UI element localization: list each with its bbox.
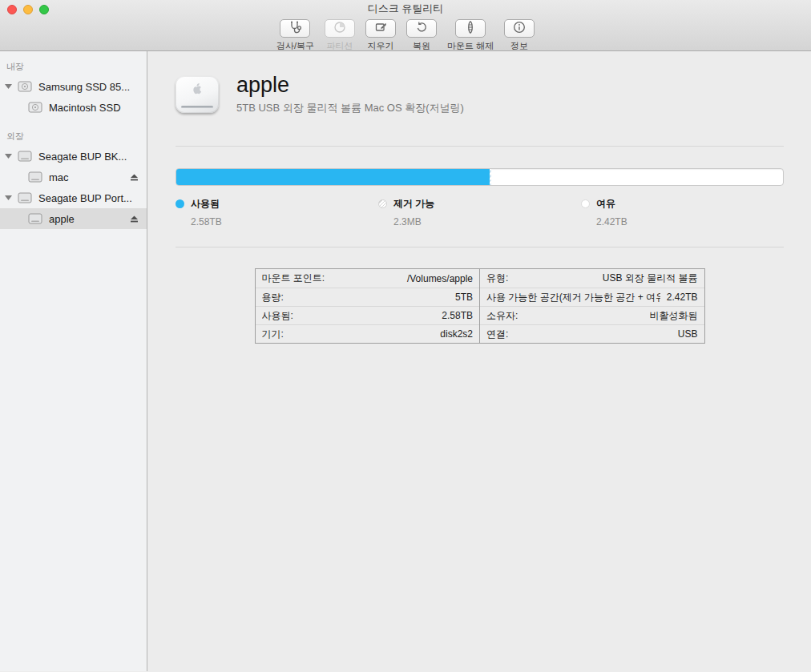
sidebar-item-mac[interactable]: mac: [0, 167, 147, 187]
detail-label: 소유자:: [486, 309, 518, 323]
detail-value: 비활성화됨: [650, 309, 698, 323]
restore-icon: [414, 20, 430, 38]
eject-icon[interactable]: [129, 214, 139, 223]
detail-label: 사용됨:: [262, 309, 293, 323]
traffic-lights: [7, 5, 49, 14]
disclosure-triangle-icon[interactable]: [5, 84, 18, 89]
external-disk-icon: [18, 191, 32, 204]
detail-value: USB 외장 물리적 볼륨: [603, 272, 698, 285]
detail-row-used: 사용됨: 2.58TB: [256, 306, 480, 324]
restore-label: 복원: [413, 40, 430, 52]
unmount-icon: [462, 20, 478, 38]
window-chrome: 디스크 유틸리티 검사/복구: [0, 0, 811, 51]
sidebar-item-label: Macintosh SSD: [49, 102, 121, 114]
erase-label: 지우기: [368, 40, 394, 52]
volume-header: apple 5TB USB 외장 물리적 볼륨 Mac OS 확장(저널링): [176, 73, 784, 115]
first-aid-icon: [287, 20, 303, 38]
minimize-button[interactable]: [23, 5, 33, 14]
used-swatch-icon: [176, 199, 184, 208]
detail-row-connection: 연결: USB: [480, 324, 704, 343]
volume-description: 5TB USB 외장 물리적 볼륨 Mac OS 확장(저널링): [236, 101, 464, 115]
toolbar: 검사/복구 파티션: [0, 17, 811, 52]
legend-value: 2.42TB: [596, 216, 784, 227]
sidebar-item-label: Samsung SSD 85...: [38, 81, 130, 93]
sidebar: 내장 Samsung SSD 85...: [0, 51, 147, 671]
sidebar-item-apple[interactable]: apple: [0, 208, 147, 229]
legend-label: 여유: [596, 197, 615, 211]
detail-value: USB: [678, 328, 698, 340]
sidebar-section-external: 외장: [0, 127, 147, 146]
partition-button[interactable]: 파티션: [325, 19, 355, 52]
sidebar-item-label: Seagate BUP BK...: [38, 151, 127, 163]
info-icon: [511, 20, 527, 38]
detail-label: 연결:: [486, 328, 508, 341]
external-volume-icon: [28, 212, 42, 225]
usage-legend: 사용됨 2.58TB 제거 가능 2.3MB 여유 2.4: [176, 197, 784, 227]
detail-row-available: 사용 가능한 공간(제거 가능한 공간 + 여유 공간): 2.42TB: [480, 288, 704, 306]
unmount-button[interactable]: 마운트 해제: [447, 19, 494, 52]
legend-value: 2.58TB: [191, 216, 378, 227]
sidebar-item-seagate-bup-port[interactable]: Seagate BUP Port...: [0, 187, 147, 208]
internal-volume-icon: [28, 101, 42, 114]
details-table: 마운트 포인트: /Volumes/apple 용량: 5TB 사용됨: 2.5…: [255, 268, 705, 344]
legend-label: 사용됨: [191, 197, 220, 211]
sidebar-item-label: mac: [49, 171, 69, 183]
legend-free: 여유 2.42TB: [581, 197, 784, 227]
unmount-label: 마운트 해제: [447, 40, 494, 52]
detail-label: 용량:: [262, 291, 284, 304]
free-swatch-icon: [581, 199, 590, 208]
detail-row-mount-point: 마운트 포인트: /Volumes/apple: [256, 269, 480, 288]
window-title: 디스크 유틸리티: [0, 0, 811, 18]
info-label: 정보: [510, 40, 528, 52]
usage-bar-used-fill: [176, 169, 490, 185]
disclosure-triangle-icon[interactable]: [5, 154, 18, 159]
detail-row-type: 유형: USB 외장 물리적 볼륨: [480, 269, 704, 288]
detail-value: 2.42TB: [667, 292, 698, 303]
detail-row-capacity: 용량: 5TB: [256, 288, 480, 306]
detail-label: 기기:: [262, 328, 284, 341]
sidebar-item-seagate-bup-bk[interactable]: Seagate BUP BK...: [0, 146, 147, 167]
usage-bar-purgeable-sliver: [490, 169, 491, 185]
main-content: apple 5TB USB 외장 물리적 볼륨 Mac OS 확장(저널링) 사…: [147, 51, 811, 671]
legend-purgeable: 제거 가능 2.3MB: [378, 197, 581, 227]
separator: [176, 146, 784, 147]
first-aid-label: 검사/복구: [276, 40, 314, 52]
first-aid-button[interactable]: 검사/복구: [276, 19, 314, 52]
internal-disk-icon: [18, 80, 32, 93]
close-button[interactable]: [7, 5, 17, 14]
detail-value: 2.58TB: [442, 310, 473, 321]
detail-value: /Volumes/apple: [407, 273, 473, 284]
eject-icon[interactable]: [129, 172, 139, 182]
erase-icon: [373, 20, 389, 38]
detail-label: 사용 가능한 공간(제거 가능한 공간 + 여유 공간):: [486, 291, 660, 304]
sidebar-item-macintosh-ssd[interactable]: Macintosh SSD: [0, 97, 147, 118]
partition-icon: [332, 20, 348, 38]
partition-label: 파티션: [327, 40, 353, 52]
detail-label: 유형:: [486, 272, 508, 285]
device-slot: [181, 106, 213, 108]
sidebar-item-samsung-ssd[interactable]: Samsung SSD 85...: [0, 76, 147, 97]
erase-button[interactable]: 지우기: [365, 19, 396, 52]
detail-row-owner: 소유자: 비활성화됨: [480, 306, 704, 324]
disk-utility-window: 디스크 유틸리티 검사/복구: [0, 0, 811, 672]
separator: [176, 247, 784, 247]
sidebar-item-label: Seagate BUP Port...: [38, 192, 132, 204]
apple-logo-icon: [176, 82, 219, 95]
sidebar-item-label: apple: [49, 213, 75, 225]
legend-value: 2.3MB: [393, 216, 581, 227]
detail-row-device: 기기: disk2s2: [256, 324, 480, 343]
info-button[interactable]: 정보: [504, 19, 535, 52]
titlebar: 디스크 유틸리티: [0, 0, 811, 17]
purgeable-swatch-icon: [378, 199, 387, 208]
external-drive-device-icon: [176, 76, 219, 113]
external-disk-icon: [18, 150, 32, 163]
volume-name: apple: [236, 73, 464, 98]
details-left-column: 마운트 포인트: /Volumes/apple 용량: 5TB 사용됨: 2.5…: [256, 269, 480, 343]
detail-value: disk2s2: [440, 328, 473, 340]
restore-button[interactable]: 복원: [406, 19, 437, 52]
zoom-button[interactable]: [39, 5, 49, 14]
legend-used: 사용됨 2.58TB: [176, 197, 378, 227]
details-right-column: 유형: USB 외장 물리적 볼륨 사용 가능한 공간(제거 가능한 공간 + …: [479, 269, 704, 343]
detail-label: 마운트 포인트:: [262, 272, 325, 285]
disclosure-triangle-icon[interactable]: [5, 195, 18, 200]
